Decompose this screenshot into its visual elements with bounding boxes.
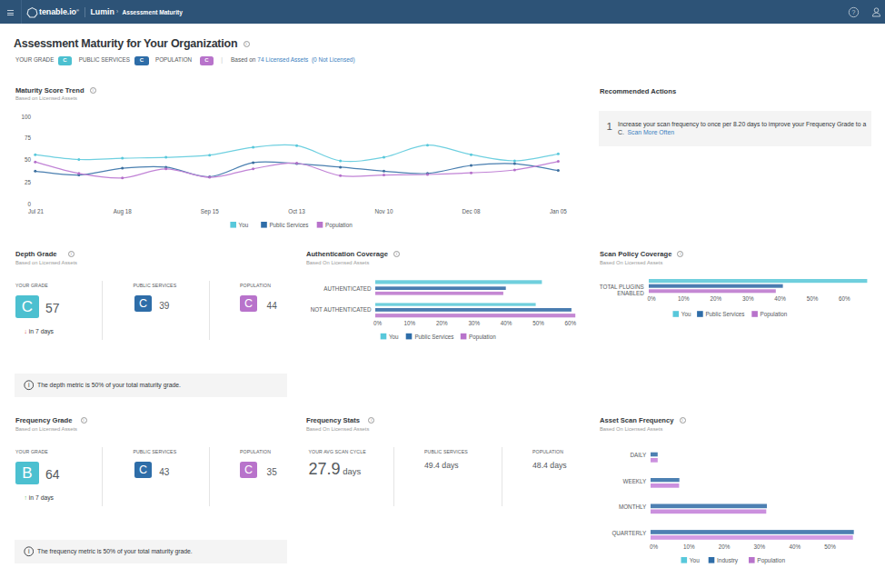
svg-text:30%: 30% bbox=[742, 295, 754, 302]
svg-text:Population: Population bbox=[469, 334, 496, 341]
svg-text:10%: 10% bbox=[404, 320, 416, 326]
svg-text:Oct 13: Oct 13 bbox=[288, 208, 305, 214]
svg-text:Population: Population bbox=[325, 222, 353, 229]
svg-text:Population: Population bbox=[761, 311, 788, 318]
svg-text:AUTHENTICATED: AUTHENTICATED bbox=[323, 285, 372, 292]
svg-text:10%: 10% bbox=[678, 295, 690, 302]
svg-text:MONTHLY: MONTHLY bbox=[619, 503, 647, 510]
svg-text:You: You bbox=[690, 557, 700, 563]
svg-text:20%: 20% bbox=[436, 320, 448, 326]
svg-text:Jan 05: Jan 05 bbox=[550, 208, 567, 214]
svg-text:QUARTERLY: QUARTERLY bbox=[612, 530, 647, 537]
svg-text:Jul 21: Jul 21 bbox=[28, 208, 44, 214]
svg-text:40%: 40% bbox=[774, 295, 786, 302]
svg-text:20%: 20% bbox=[719, 543, 731, 550]
svg-text:DAILY: DAILY bbox=[631, 452, 648, 458]
svg-text:You: You bbox=[239, 222, 249, 228]
svg-text:60%: 60% bbox=[565, 320, 577, 326]
svg-text:Public Services: Public Services bbox=[414, 334, 453, 340]
svg-text:0%: 0% bbox=[373, 320, 383, 326]
svg-text:NOT AUTHENTICATED: NOT AUTHENTICATED bbox=[311, 306, 372, 313]
svg-text:20%: 20% bbox=[710, 295, 721, 302]
svg-text:Public Services: Public Services bbox=[269, 222, 308, 228]
svg-text:?: ? bbox=[852, 9, 856, 15]
svg-text:Nov 10: Nov 10 bbox=[375, 208, 393, 214]
svg-text:30%: 30% bbox=[468, 320, 480, 326]
svg-text:60%: 60% bbox=[839, 295, 850, 302]
svg-text:TOTAL PLUGINS: TOTAL PLUGINS bbox=[600, 284, 644, 290]
svg-text:30%: 30% bbox=[754, 543, 766, 550]
svg-text:0: 0 bbox=[27, 201, 31, 207]
svg-text:i: i bbox=[28, 382, 30, 388]
svg-text:10%: 10% bbox=[683, 543, 695, 550]
svg-text:40%: 40% bbox=[789, 543, 800, 550]
svg-text:Sep 15: Sep 15 bbox=[201, 208, 219, 215]
svg-text:25: 25 bbox=[25, 179, 32, 185]
svg-text:Public Services: Public Services bbox=[705, 311, 744, 317]
svg-text:You: You bbox=[389, 334, 399, 340]
svg-text:Dec 08: Dec 08 bbox=[462, 208, 481, 214]
svg-text:0%: 0% bbox=[647, 295, 656, 302]
svg-text:50%: 50% bbox=[824, 543, 836, 550]
svg-text:50: 50 bbox=[25, 156, 32, 163]
svg-text:50%: 50% bbox=[532, 320, 544, 326]
svg-text:Population: Population bbox=[757, 557, 785, 564]
svg-text:WEEKLY: WEEKLY bbox=[623, 478, 648, 484]
svg-text:75: 75 bbox=[25, 135, 32, 141]
svg-text:i: i bbox=[28, 548, 30, 554]
svg-text:0%: 0% bbox=[650, 543, 659, 550]
svg-text:You: You bbox=[681, 311, 691, 317]
svg-text:40%: 40% bbox=[501, 320, 512, 326]
svg-text:Aug 18: Aug 18 bbox=[114, 208, 132, 215]
svg-text:100: 100 bbox=[21, 114, 31, 120]
svg-text:ENABLED: ENABLED bbox=[617, 290, 644, 296]
svg-text:Industry: Industry bbox=[717, 557, 739, 564]
svg-text:50%: 50% bbox=[807, 295, 819, 302]
